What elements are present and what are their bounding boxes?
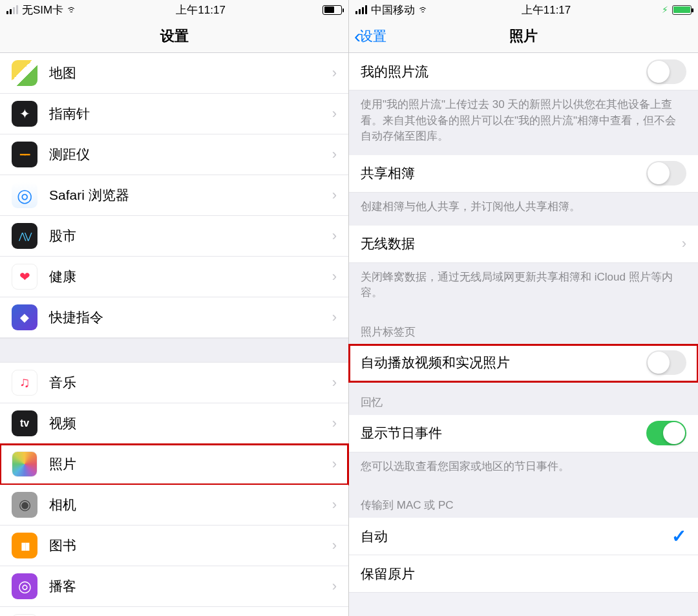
photos-tab-header: 照片标签页 <box>349 312 698 345</box>
my-photo-stream-footer: 使用"我的照片流"上传过去 30 天的新照片以供您在其他设备上查看。来自其他设备… <box>349 90 698 155</box>
measure-icon <box>12 142 37 167</box>
settings-row-measure[interactable]: 测距仪 › <box>0 134 348 175</box>
holiday-footer: 您可以选取查看您国家或地区的节日事件。 <box>349 452 698 485</box>
row-label: 相机 <box>49 496 76 514</box>
books-icon <box>12 533 37 558</box>
tv-icon <box>12 410 37 436</box>
page-title: 设置 <box>160 27 189 46</box>
settings-row-health[interactable]: 健康 › <box>0 257 348 297</box>
chevron-right-icon: › <box>332 65 337 81</box>
row-label: 股市 <box>49 227 76 245</box>
settings-row-music[interactable]: 音乐 › <box>0 363 348 403</box>
left-screenshot: 无SIM卡 ᯤ 上午11:17 设置 地图 › 指南针 › 测距仪 › Safa… <box>0 0 349 616</box>
row-label: 自动 <box>361 527 388 546</box>
charging-icon: ⚡︎ <box>662 5 668 15</box>
memories-header: 回忆 <box>349 382 698 415</box>
maps-icon <box>12 60 37 86</box>
row-label: 共享相簿 <box>361 164 415 182</box>
settings-row-photos[interactable]: 照片 › <box>0 444 348 485</box>
settings-row-stocks[interactable]: 股市 › <box>0 216 348 257</box>
health-icon <box>12 264 37 290</box>
carrier-label: 中国移动 <box>371 3 415 17</box>
autoplay-toggle[interactable] <box>646 350 686 375</box>
shortcuts-icon <box>12 304 37 330</box>
nav-bar: ‹ 设置 照片 <box>349 19 698 53</box>
stocks-icon <box>12 223 37 249</box>
shared-albums-toggle[interactable] <box>646 161 686 186</box>
row-label: 照片 <box>49 455 76 473</box>
row-label: 显示节日事件 <box>361 424 442 442</box>
settings-row-gamecenter[interactable]: Game Center › <box>0 607 348 616</box>
page-title: 照片 <box>509 27 538 46</box>
chevron-right-icon: › <box>332 228 337 244</box>
carrier-label: 无SIM卡 <box>22 3 63 17</box>
row-holiday-events: 显示节日事件 <box>349 415 698 452</box>
chevron-right-icon: › <box>332 309 337 326</box>
row-label: 指南针 <box>49 105 90 123</box>
chevron-right-icon: › <box>332 496 337 513</box>
music-icon <box>12 370 37 396</box>
camera-icon <box>12 492 37 518</box>
row-transfer-keep-originals[interactable]: 保留原片 <box>349 555 698 593</box>
back-button[interactable]: ‹ 设置 <box>354 27 386 46</box>
battery-icon <box>323 5 342 15</box>
chevron-right-icon: › <box>682 235 686 252</box>
settings-row-podcasts[interactable]: 播客 › <box>0 566 348 607</box>
settings-row-safari[interactable]: Safari 浏览器 › <box>0 175 348 216</box>
settings-row-shortcuts[interactable]: 快捷指令 › <box>0 297 348 338</box>
holiday-events-toggle[interactable] <box>646 421 686 445</box>
row-my-photo-stream: 我的照片流 <box>349 53 698 90</box>
row-label: 图书 <box>49 536 76 555</box>
my-photo-stream-toggle[interactable] <box>646 59 686 84</box>
row-label: 保留原片 <box>361 565 415 583</box>
battery-icon <box>672 5 692 15</box>
row-label: 视频 <box>49 414 76 432</box>
signal-icon <box>355 5 367 14</box>
row-label: 播客 <box>49 577 76 595</box>
back-label: 设置 <box>359 27 386 45</box>
status-bar: 中国移动 ᯤ 上午11:17 ⚡︎ <box>349 0 698 19</box>
cellular-footer: 关闭蜂窝数据，通过无线局域网更新共享相簿和 iCloud 照片等内容。 <box>349 263 698 312</box>
podcasts-icon <box>12 573 37 599</box>
chevron-right-icon: › <box>332 374 337 391</box>
compass-icon <box>12 101 37 127</box>
row-label: 地图 <box>49 64 76 82</box>
clock-label: 上午11:17 <box>522 3 571 17</box>
photos-icon <box>12 451 37 477</box>
nav-bar: 设置 <box>0 19 348 53</box>
signal-icon <box>6 5 18 14</box>
group-separator <box>0 338 348 363</box>
row-label: 健康 <box>49 268 76 286</box>
transfer-header: 传输到 MAC 或 PC <box>349 485 698 518</box>
right-screenshot: 中国移动 ᯤ 上午11:17 ⚡︎ ‹ 设置 照片 我的照片流 使用"我的照片流… <box>349 0 698 616</box>
chevron-right-icon: › <box>332 415 337 432</box>
chevron-right-icon: › <box>332 537 337 554</box>
row-label: 无线数据 <box>361 235 415 253</box>
row-autoplay: 自动播放视频和实况照片 <box>349 345 698 382</box>
row-label: 自动播放视频和实况照片 <box>361 354 510 372</box>
settings-row-compass[interactable]: 指南针 › <box>0 94 348 134</box>
row-label: 我的照片流 <box>361 63 428 81</box>
settings-row-books[interactable]: 图书 › <box>0 526 348 566</box>
row-label: 音乐 <box>49 374 76 392</box>
chevron-right-icon: › <box>332 456 337 473</box>
row-cellular-data[interactable]: 无线数据 › <box>349 226 698 263</box>
settings-row-camera[interactable]: 相机 › <box>0 485 348 526</box>
shared-albums-footer: 创建相簿与他人共享，并订阅他人共享相簿。 <box>349 193 698 226</box>
wifi-icon: ᯤ <box>419 3 430 17</box>
checkmark-icon: ✓ <box>672 526 686 547</box>
chevron-right-icon: › <box>332 146 337 163</box>
clock-label: 上午11:17 <box>176 3 226 17</box>
chevron-right-icon: › <box>332 187 337 204</box>
row-transfer-auto[interactable]: 自动 ✓ <box>349 518 698 555</box>
row-label: Safari 浏览器 <box>49 186 129 204</box>
chevron-right-icon: › <box>332 105 337 122</box>
chevron-right-icon: › <box>332 268 337 285</box>
safari-icon <box>12 182 37 208</box>
chevron-right-icon: › <box>332 578 337 595</box>
row-shared-albums: 共享相簿 <box>349 155 698 193</box>
settings-row-maps[interactable]: 地图 › <box>0 53 348 94</box>
row-label: 测距仪 <box>49 145 90 164</box>
settings-row-tv[interactable]: 视频 › <box>0 403 348 444</box>
status-bar: 无SIM卡 ᯤ 上午11:17 <box>0 0 348 19</box>
